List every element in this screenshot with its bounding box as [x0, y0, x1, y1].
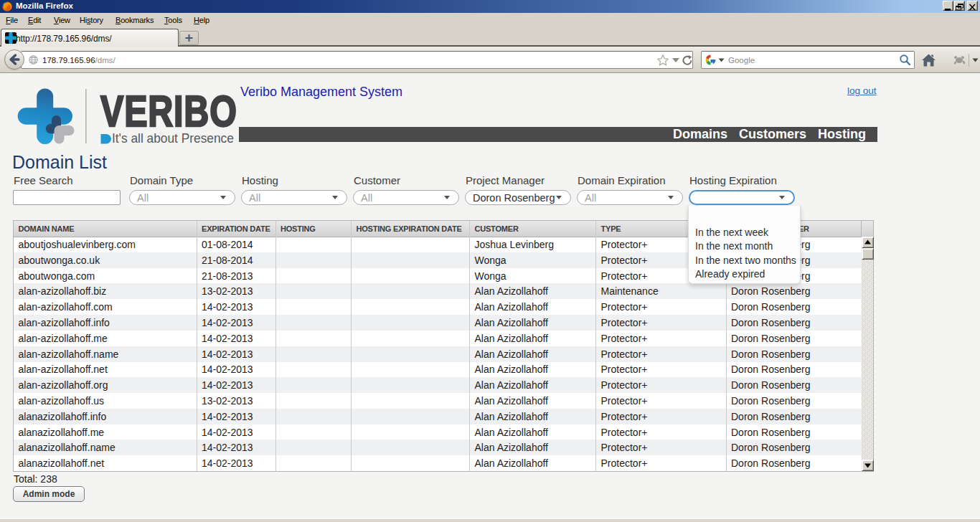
svg-text:VERIBO: VERIBO — [100, 87, 237, 136]
svg-text:It's all about Presence: It's all about Presence — [112, 131, 234, 146]
